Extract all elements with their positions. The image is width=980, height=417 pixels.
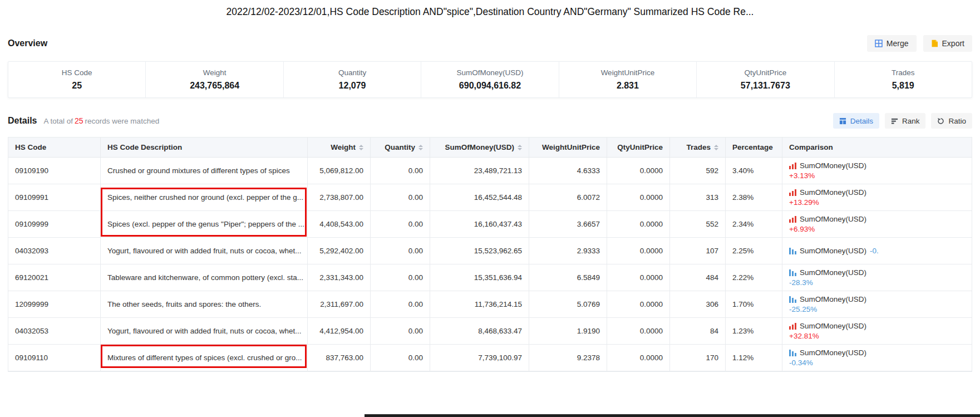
comparison-cell: SumOfMoney(USD) -0. -0. (782, 238, 972, 264)
trend-down-chart-icon (789, 350, 796, 356)
sum-of-money-cell: 15,523,962.65 (430, 238, 529, 264)
overview-heading: Overview (8, 38, 47, 48)
percentage-cell: 1.12% (726, 345, 782, 371)
trend-down-chart-icon (789, 248, 796, 254)
table-row[interactable]: 09109991 Spices, neither crushed nor gro… (8, 184, 972, 211)
table-row[interactable]: 09109999 Spices (excl. pepper of the gen… (8, 211, 972, 238)
sum-of-money-cell: 11,736,214.15 (430, 291, 529, 317)
rank-view-button[interactable]: Rank (885, 113, 926, 129)
trades-cell: 313 (670, 184, 726, 210)
hs-code-cell: 09109991 (8, 184, 101, 210)
column-header-percentage: Percentage (726, 138, 782, 157)
table-header-row: HS Code HS Code Description Weight Quant… (8, 138, 972, 158)
sort-icons[interactable] (714, 145, 718, 150)
trend-down-chart-icon (789, 269, 796, 276)
trend-down-chart-icon (789, 296, 796, 303)
details-view-label: Details (850, 117, 873, 125)
table-row[interactable]: 04032053 Yogurt, flavoured or with added… (8, 318, 972, 345)
weight-unit-price-cell: 1.9190 (529, 318, 607, 344)
weight-unit-price-cell: 3.6657 (529, 211, 607, 237)
match-count: 25 (75, 116, 83, 125)
merge-button[interactable]: Merge (867, 35, 917, 52)
column-header-sum-of-money[interactable]: SumOfMoney(USD) (430, 138, 529, 157)
trend-up-chart-icon (789, 163, 796, 169)
percentage-cell: 3.40% (726, 158, 782, 184)
column-header-weight-unit-price: WeightUnitPrice (529, 138, 607, 157)
sort-icons[interactable] (418, 145, 423, 150)
details-view-button[interactable]: Details (833, 113, 879, 129)
column-header-weight[interactable]: Weight (308, 138, 371, 157)
table-row[interactable]: 09109110 Mixtures of different types of … (8, 345, 972, 371)
column-header-qty-unit-price: QtyUnitPrice (607, 138, 670, 157)
comparison-period-label: SumOfMoney(USD) (800, 349, 866, 357)
stat-qty-unit-price: QtyUnitPrice 57,131.7673 (697, 62, 834, 97)
table-row[interactable]: 04032093 Yogurt, flavoured or with added… (8, 238, 972, 264)
quantity-cell: 0.00 (371, 291, 430, 317)
column-header-quantity[interactable]: Quantity (371, 138, 430, 157)
comparison-cell: SumOfMoney(USD) +6.93% +6.93% (782, 211, 972, 237)
sum-of-money-cell: 23,489,721.13 (430, 158, 529, 184)
description-cell: Tableware and kitchenware, of common pot… (101, 264, 308, 291)
report-title: 2022/12/02-2023/12/01,HS Code Descriptio… (226, 6, 754, 18)
trades-cell: 84 (670, 318, 726, 344)
ratio-view-label: Ratio (948, 117, 966, 125)
details-header-row: Details A total of25records were matched… (8, 112, 972, 129)
comparison-period-label: SumOfMoney(USD) (800, 188, 866, 197)
weight-unit-price-cell: 2.9333 (529, 238, 607, 264)
stat-label: WeightUnitPrice (601, 68, 655, 77)
weight-cell: 4,408,543.00 (308, 211, 371, 237)
comparison-label-line: SumOfMoney(USD) -0. (789, 247, 879, 255)
stat-value: 25 (72, 81, 82, 91)
export-document-icon (931, 40, 938, 47)
quantity-cell: 0.00 (371, 211, 430, 237)
trades-cell: 592 (670, 158, 726, 184)
hs-code-cell: 09109190 (8, 158, 101, 184)
comparison-label-line: SumOfMoney(USD) +6.93% (789, 215, 866, 223)
table-row[interactable]: 12099999 The other seeds, fruits and spo… (8, 291, 972, 318)
export-button[interactable]: Export (923, 35, 972, 52)
comparison-label-line: SumOfMoney(USD) -28.3% (789, 268, 866, 277)
quantity-cell: 0.00 (371, 345, 430, 371)
quantity-cell: 0.00 (371, 238, 430, 264)
export-button-label: Export (942, 39, 964, 48)
weight-cell: 5,292,402.00 (308, 238, 371, 264)
comparison-label-line: SumOfMoney(USD) +13.29% (789, 188, 866, 197)
comparison-cell: SumOfMoney(USD) -0.34% -0.34% (782, 345, 972, 371)
qty-unit-price-cell: 0.0000 (607, 318, 670, 344)
qty-unit-price-cell: 0.0000 (607, 211, 670, 237)
stat-sum-of-money: SumOfMoney(USD) 690,094,616.82 (421, 62, 559, 97)
weight-cell: 837,763.00 (308, 345, 371, 371)
comparison-value-inline: -0. (870, 247, 879, 255)
details-table: HS Code HS Code Description Weight Quant… (8, 137, 972, 372)
description-cell: The other seeds, fruits and spores: the … (101, 291, 308, 317)
trend-up-chart-icon (789, 216, 796, 223)
merge-button-label: Merge (887, 39, 909, 48)
sort-icons[interactable] (518, 145, 522, 150)
comparison-cell: SumOfMoney(USD) +13.29% +13.29% (782, 184, 972, 210)
ratio-view-button[interactable]: Ratio (931, 113, 972, 129)
qty-unit-price-cell: 0.0000 (607, 158, 670, 184)
details-heading: Details (8, 116, 37, 126)
table-row[interactable]: 09109190 Crushed or ground mixtures of d… (8, 158, 972, 184)
trades-cell: 306 (670, 291, 726, 317)
column-header-trades[interactable]: Trades (670, 138, 726, 157)
summary-suffix: records were matched (85, 117, 160, 125)
comparison-cell: SumOfMoney(USD) +32.81% +32.81% (782, 318, 972, 344)
comparison-value: -0.34% (789, 359, 813, 367)
weight-cell: 4,412,954.00 (308, 318, 371, 344)
sort-icons[interactable] (359, 145, 363, 150)
stat-label: Weight (203, 68, 226, 77)
comparison-label-line: SumOfMoney(USD) +32.81% (789, 322, 866, 330)
comparison-value: -28.3% (789, 278, 813, 287)
comparison-period-label: SumOfMoney(USD) (800, 322, 866, 330)
table-row[interactable]: 69120021 Tableware and kitchenware, of c… (8, 264, 972, 291)
weight-unit-price-cell: 4.6333 (529, 158, 607, 184)
description-cell: Spices (excl. pepper of the genus "Piper… (101, 211, 308, 237)
stat-weight-unit-price: WeightUnitPrice 2.831 (559, 62, 697, 97)
weight-cell: 2,311,697.00 (308, 291, 371, 317)
qty-unit-price-cell: 0.0000 (607, 345, 670, 371)
column-header-description: HS Code Description (101, 138, 308, 157)
stat-label: Quantity (338, 68, 366, 77)
trend-up-chart-icon (789, 323, 796, 330)
hs-code-cell: 04032093 (8, 238, 101, 264)
